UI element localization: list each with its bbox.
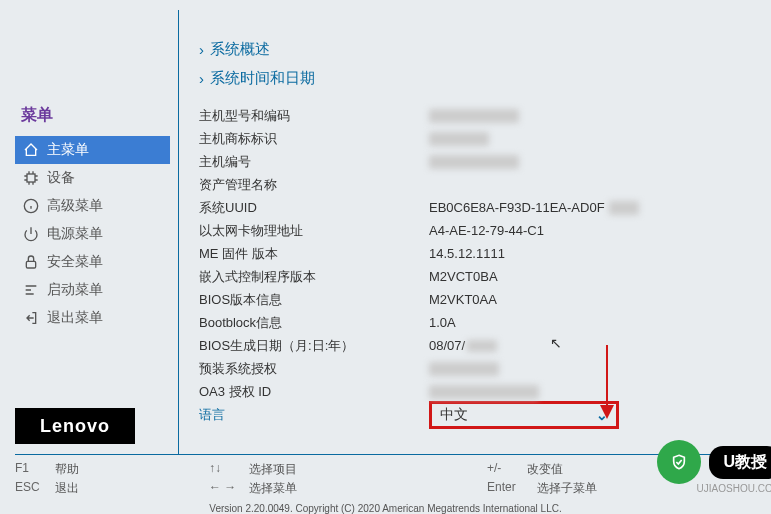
info-label: 系统UUID: [199, 199, 429, 217]
menu-item-device[interactable]: 设备: [15, 164, 170, 192]
info-value-blurred: [429, 109, 519, 123]
link-system-overview[interactable]: › 系统概述: [199, 40, 756, 59]
info-row: 主机型号和编码: [199, 106, 756, 125]
info-label: 预装系统授权: [199, 360, 429, 378]
info-row: 主机编号: [199, 152, 756, 171]
info-value-blurred: [467, 340, 497, 352]
caret-right-icon: ›: [199, 70, 204, 87]
lock-icon: [23, 254, 39, 270]
menu-label: 主菜单: [47, 141, 89, 159]
info-label: BIOS生成日期（月:日:年）: [199, 337, 429, 355]
info-label: 资产管理名称: [199, 176, 429, 194]
language-label: 语言: [199, 406, 429, 424]
language-select[interactable]: 中文 ⌄: [429, 401, 619, 429]
key-enter: Enter: [487, 480, 527, 497]
menu-item-advanced[interactable]: 高级菜单: [15, 192, 170, 220]
info-label: 嵌入式控制程序版本: [199, 268, 429, 286]
menu-item-security[interactable]: 安全菜单: [15, 248, 170, 276]
watermark: U教授: [657, 440, 771, 484]
exit-icon: [23, 310, 39, 326]
power-icon: [23, 226, 39, 242]
info-label: ME 固件 版本: [199, 245, 429, 263]
info-value: A4-AE-12-79-44-C1: [429, 223, 544, 238]
key-updown-label: 选择项目: [249, 461, 297, 478]
chevron-down-icon: ⌄: [596, 407, 608, 423]
info-icon: [23, 198, 39, 214]
key-f1: F1: [15, 461, 45, 478]
info-label: Bootblock信息: [199, 314, 429, 332]
info-row: 预装系统授权: [199, 359, 756, 378]
svg-rect-2: [26, 261, 35, 268]
info-value-blurred: [609, 201, 639, 215]
info-row: 以太网卡物理地址A4-AE-12-79-44-C1: [199, 221, 756, 240]
menu-item-main[interactable]: 主菜单: [15, 136, 170, 164]
menu-label: 退出菜单: [47, 309, 103, 327]
key-enter-label: 选择子菜单: [537, 480, 597, 497]
info-row: 系统UUIDEB0C6E8A-F93D-11EA-AD0F: [199, 198, 756, 217]
language-value: 中文: [440, 406, 468, 424]
info-value: 1.0A: [429, 315, 456, 330]
language-row: 语言 中文 ⌄: [199, 405, 756, 424]
menu-title: 菜单: [21, 105, 170, 126]
shield-check-icon: [657, 440, 701, 484]
info-row: 嵌入式控制程序版本M2VCT0BA: [199, 267, 756, 286]
info-value: 14.5.12.1111: [429, 246, 505, 261]
info-row: 主机商标标识: [199, 129, 756, 148]
info-label: 以太网卡物理地址: [199, 222, 429, 240]
key-plusminus-label: 改变值: [527, 461, 563, 478]
info-value: 08/07/: [429, 338, 465, 353]
info-block: 主机型号和编码 主机商标标识 主机编号 资产管理名称 系统UUIDEB0C6E8…: [199, 106, 756, 424]
menu-item-power[interactable]: 电源菜单: [15, 220, 170, 248]
info-label: 主机编号: [199, 153, 429, 171]
info-label: BIOS版本信息: [199, 291, 429, 309]
watermark-text: U教授: [709, 446, 771, 479]
cursor-icon: ↖: [550, 335, 562, 351]
info-value-blurred: [429, 132, 489, 146]
menu-label: 高级菜单: [47, 197, 103, 215]
info-label: 主机商标标识: [199, 130, 429, 148]
info-row: 资产管理名称: [199, 175, 756, 194]
info-value: EB0C6E8A-F93D-11EA-AD0F: [429, 200, 605, 215]
content-area: › 系统概述 › 系统时间和日期 主机型号和编码 主机商标标识 主机编号 资产管…: [199, 10, 756, 454]
menu-label: 设备: [47, 169, 75, 187]
info-label: 主机型号和编码: [199, 107, 429, 125]
svg-rect-0: [27, 174, 35, 182]
lenovo-logo: Lenovo: [15, 408, 135, 444]
link-system-datetime[interactable]: › 系统时间和日期: [199, 69, 756, 88]
info-row: Bootblock信息1.0A: [199, 313, 756, 332]
link-label: 系统概述: [210, 40, 270, 59]
menu-list: 主菜单 设备 高级菜单 电源菜单 安全菜单: [15, 136, 170, 332]
menu-item-boot[interactable]: 启动菜单: [15, 276, 170, 304]
copyright: Version 2.20.0049. Copyright (C) 2020 Am…: [15, 503, 756, 514]
info-value-blurred: [429, 385, 539, 399]
footer: F1帮助 ESC退出 ↑↓选择项目 ← →选择菜单 +/-改变值 Enter选择…: [15, 454, 756, 514]
menu-label: 启动菜单: [47, 281, 103, 299]
footer-keys: F1帮助 ESC退出 ↑↓选择项目 ← →选择菜单 +/-改变值 Enter选择…: [15, 461, 756, 497]
info-row: ME 固件 版本14.5.12.1111: [199, 244, 756, 263]
info-value: M2VCT0BA: [429, 269, 498, 284]
info-value-blurred: [429, 362, 499, 376]
boot-icon: [23, 282, 39, 298]
info-value-blurred: [429, 155, 519, 169]
menu-label: 安全菜单: [47, 253, 103, 271]
info-row: BIOS版本信息M2VKT0AA: [199, 290, 756, 309]
menu-label: 电源菜单: [47, 225, 103, 243]
key-updown: ↑↓: [209, 461, 239, 478]
vertical-divider: [178, 10, 179, 454]
menu-item-exit[interactable]: 退出菜单: [15, 304, 170, 332]
info-label: OA3 授权 ID: [199, 383, 429, 401]
key-f1-label: 帮助: [55, 461, 79, 478]
chip-icon: [23, 170, 39, 186]
key-esc: ESC: [15, 480, 45, 497]
link-label: 系统时间和日期: [210, 69, 315, 88]
sidebar: 菜单 主菜单 设备 高级菜单 电源菜单: [15, 10, 170, 454]
watermark-domain: UJIAOSHOU.COM: [697, 483, 771, 494]
key-leftright-label: 选择菜单: [249, 480, 297, 497]
home-icon: [23, 142, 39, 158]
key-esc-label: 退出: [55, 480, 79, 497]
key-leftright: ← →: [209, 480, 239, 497]
info-row: BIOS生成日期（月:日:年）08/07/: [199, 336, 756, 355]
key-plusminus: +/-: [487, 461, 517, 478]
caret-right-icon: ›: [199, 41, 204, 58]
info-row: OA3 授权 ID: [199, 382, 756, 401]
